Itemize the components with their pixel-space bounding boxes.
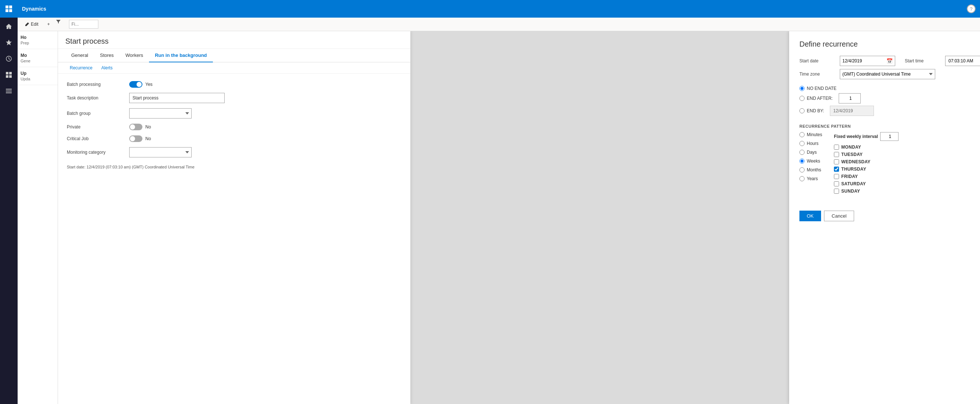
batch-group-select[interactable] xyxy=(129,108,192,119)
batch-processing-toggle[interactable] xyxy=(129,81,142,88)
no-end-date-radio[interactable] xyxy=(799,86,805,91)
private-toggle-container: No xyxy=(129,124,151,130)
tab-stores[interactable]: Stores xyxy=(94,49,120,62)
end-by-date-display: 12/4/2019 xyxy=(830,106,874,116)
batch-group-row: Batch group xyxy=(67,108,401,119)
start-date-input[interactable] xyxy=(840,57,884,64)
wednesday-checkbox[interactable] xyxy=(834,159,839,164)
day-sunday[interactable]: SUNDAY xyxy=(834,189,899,194)
svg-rect-3 xyxy=(9,9,12,12)
edit-button[interactable]: Edit xyxy=(22,20,41,28)
end-after-option[interactable]: END AFTER: xyxy=(799,93,970,103)
add-button[interactable]: + xyxy=(45,20,53,28)
pattern-years[interactable]: Years xyxy=(799,176,822,181)
no-end-date-option[interactable]: NO END DATE xyxy=(799,86,970,91)
weekly-interval-label: Fixed weekly interval xyxy=(834,134,878,139)
svg-rect-0 xyxy=(5,5,8,8)
task-description-input[interactable] xyxy=(129,93,224,103)
recurrence-actions: OK Cancel xyxy=(799,211,970,221)
private-toggle[interactable] xyxy=(129,124,142,130)
saturday-checkbox[interactable] xyxy=(834,181,839,186)
filter-icon[interactable] xyxy=(56,19,66,29)
recurrence-title: Define recurrence xyxy=(799,40,970,48)
pattern-hours-radio[interactable] xyxy=(799,141,805,146)
nav-home[interactable] xyxy=(0,19,18,34)
app-logo-button[interactable] xyxy=(0,0,18,17)
day-monday[interactable]: MONDAY xyxy=(834,145,899,150)
start-date-text: Start date: 12/4/2019 (07:03:10 am) (GMT… xyxy=(67,165,401,169)
monitoring-category-select[interactable] xyxy=(129,147,192,157)
pattern-months-radio[interactable] xyxy=(799,167,805,172)
nav-favorites[interactable] xyxy=(0,35,18,50)
pattern-hours-label: Hours xyxy=(807,141,818,146)
sidebar-item-up[interactable]: Up Upda xyxy=(18,67,57,85)
thursday-checkbox[interactable] xyxy=(834,167,839,172)
weekly-interval-row: Fixed weekly interval xyxy=(834,132,899,141)
panel-tabs: General Stores Workers Run in the backgr… xyxy=(58,49,410,62)
end-after-radio[interactable] xyxy=(799,96,805,101)
pattern-weeks[interactable]: Weeks xyxy=(799,159,822,164)
monday-label: MONDAY xyxy=(841,145,861,150)
pattern-minutes-label: Minutes xyxy=(807,132,822,137)
day-saturday[interactable]: SATURDAY xyxy=(834,181,899,186)
day-wednesday[interactable]: WEDNESDAY xyxy=(834,159,899,164)
pattern-minutes[interactable]: Minutes xyxy=(799,132,822,137)
critical-job-value: No xyxy=(145,136,151,141)
wednesday-label: WEDNESDAY xyxy=(841,159,870,164)
sidebar-item-ho[interactable]: Ho Prep xyxy=(18,31,57,49)
pattern-months[interactable]: Months xyxy=(799,167,822,172)
monday-checkbox[interactable] xyxy=(834,145,839,150)
end-by-option[interactable]: END BY: 12/4/2019 xyxy=(799,106,970,116)
pattern-container: Minutes Hours Days xyxy=(799,132,970,196)
private-label: Private xyxy=(67,124,126,129)
weekly-interval-input[interactable] xyxy=(880,132,899,141)
pattern-minutes-radio[interactable] xyxy=(799,132,805,137)
start-time-input[interactable] xyxy=(945,56,980,66)
pattern-days-radio[interactable] xyxy=(799,150,805,155)
pattern-years-radio[interactable] xyxy=(799,176,805,181)
end-after-value[interactable] xyxy=(839,93,861,103)
day-friday[interactable]: FRIDAY xyxy=(834,174,899,179)
tuesday-label: TUESDAY xyxy=(841,152,862,157)
batch-processing-row: Batch processing Yes xyxy=(67,81,401,88)
panel-body: Batch processing Yes Task description Ba xyxy=(58,74,410,404)
time-zone-select[interactable]: (GMT) Coordinated Universal Time xyxy=(840,69,935,79)
friday-checkbox[interactable] xyxy=(834,174,839,179)
nav-workspaces[interactable] xyxy=(0,67,18,82)
calendar-icon[interactable]: 📅 xyxy=(884,58,895,64)
nav-recent[interactable] xyxy=(0,51,18,66)
pattern-hours[interactable]: Hours xyxy=(799,141,822,146)
search-input[interactable] xyxy=(69,20,99,29)
batch-group-label: Batch group xyxy=(67,111,126,116)
ok-button[interactable]: OK xyxy=(799,211,821,221)
pattern-days[interactable]: Days xyxy=(799,150,822,155)
recurrence-panel: Define recurrence Start date 📅 Start tim… xyxy=(789,31,980,404)
day-tuesday[interactable]: TUESDAY xyxy=(834,152,899,157)
sidebar-item-mo[interactable]: Mo Gene xyxy=(18,49,57,67)
critical-job-toggle[interactable] xyxy=(129,135,142,142)
help-icon[interactable]: ? xyxy=(967,5,975,13)
subtab-recurrence[interactable]: Recurrence xyxy=(65,62,97,73)
time-zone-row: Time zone (GMT) Coordinated Universal Ti… xyxy=(799,69,970,79)
tab-general[interactable]: General xyxy=(65,49,94,62)
subtab-alerts[interactable]: Alerts xyxy=(97,62,117,73)
tab-workers[interactable]: Workers xyxy=(120,49,149,62)
friday-label: FRIDAY xyxy=(841,174,858,179)
start-date-input-wrap: 📅 xyxy=(840,56,895,66)
tab-run-in-background[interactable]: Run in the background xyxy=(149,49,213,62)
saturday-label: SATURDAY xyxy=(841,181,866,186)
task-description-label: Task description xyxy=(67,95,126,100)
panel-title: Start process xyxy=(65,37,109,46)
pattern-weeks-radio[interactable] xyxy=(799,159,805,164)
cancel-button[interactable]: Cancel xyxy=(824,211,854,221)
start-process-panel: Start process General Stores Workers Run… xyxy=(58,31,410,404)
day-thursday[interactable]: THURSDAY xyxy=(834,167,899,172)
nav-modules[interactable] xyxy=(0,84,18,99)
sunday-label: SUNDAY xyxy=(841,189,860,194)
end-by-radio[interactable] xyxy=(799,108,805,113)
tuesday-checkbox[interactable] xyxy=(834,152,839,157)
end-options-section: NO END DATE END AFTER: END BY: 12/4/2019 xyxy=(799,86,970,118)
panel-header: Start process xyxy=(58,31,410,49)
pattern-months-label: Months xyxy=(807,167,821,172)
sunday-checkbox[interactable] xyxy=(834,189,839,194)
